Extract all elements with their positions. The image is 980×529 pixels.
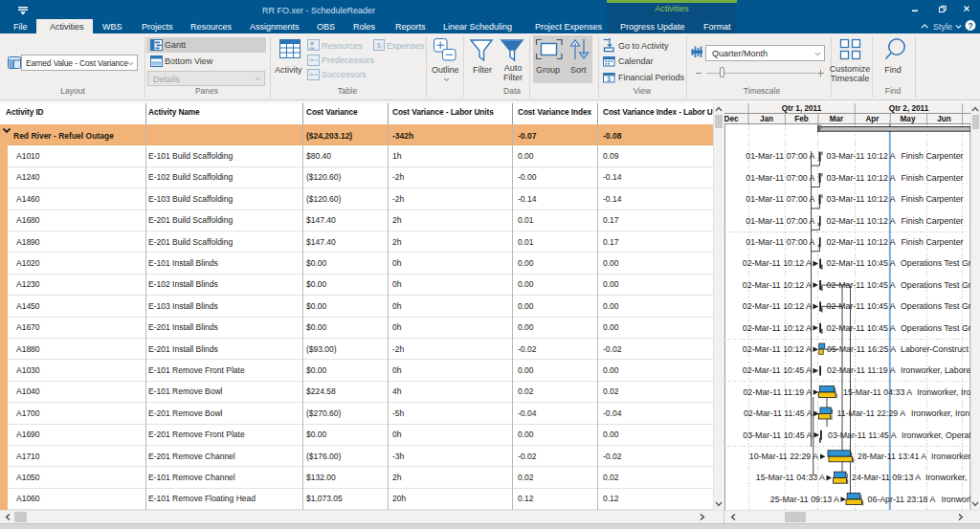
svg-text:Ironworker, Laborer: Ironworker, Laborer — [901, 365, 970, 375]
svg-text:02-Mar-11 10:45 A: 02-Mar-11 10:45 A — [827, 323, 896, 333]
svg-text:Finish Carpenter: Finish Carpenter — [902, 173, 964, 183]
svg-text:03-Mar-11 10:45 A: 03-Mar-11 10:45 A — [743, 430, 812, 440]
svg-text:Finish Carpenter: Finish Carpenter — [902, 237, 964, 247]
svg-text:Finish Carpenter: Finish Carpenter — [902, 194, 964, 204]
svg-text:Finish Carpenter: Finish Carpenter — [902, 151, 964, 161]
svg-text:28-Mar-11 13:41 A: 28-Mar-11 13:41 A — [858, 452, 926, 461]
svg-text:25-Mar-11 09:13 A: 25-Mar-11 09:13 A — [770, 495, 839, 504]
svg-text:02-Mar-11 10:12 A: 02-Mar-11 10:12 A — [743, 344, 812, 354]
svg-text:Mar: Mar — [830, 115, 844, 123]
svg-text:02-Mar-11 10:45 A: 02-Mar-11 10:45 A — [827, 258, 896, 268]
svg-text:06-Apr-11 23:18 A: 06-Apr-11 23:18 A — [868, 495, 936, 504]
svg-text:02-Mar-11 10:12 A: 02-Mar-11 10:12 A — [827, 237, 896, 247]
svg-text:02-Mar-11 11:19 A: 02-Mar-11 11:19 A — [743, 387, 812, 397]
svg-text:Ironworker, Iro: Ironworker, Iro — [917, 387, 970, 397]
svg-text:24-Mar-11 09:13 A: 24-Mar-11 09:13 A — [852, 473, 921, 482]
svg-text:Ironworker: Ironworker — [942, 495, 971, 504]
svg-text:02-Mar-11 10:45 A: 02-Mar-11 10:45 A — [827, 301, 896, 311]
svg-text:02-Mar-11 10:12 A: 02-Mar-11 10:12 A — [743, 323, 812, 333]
svg-text:Operations Test Gr: Operations Test Gr — [901, 280, 970, 290]
svg-text:Jun: Jun — [937, 115, 951, 123]
svg-text:Ironworker, Operat: Ironworker, Operat — [902, 430, 970, 440]
svg-text:11-Mar-11 22:29 A: 11-Mar-11 22:29 A — [837, 408, 906, 418]
svg-text:05-Mar-11 16:25 A: 05-Mar-11 16:25 A — [827, 344, 896, 354]
svg-text:02-Mar-11 11:19 A: 02-Mar-11 11:19 A — [827, 365, 896, 375]
svg-text:02-Mar-11 10:12 A: 02-Mar-11 10:12 A — [743, 258, 812, 268]
svg-text:Operations Test Gr: Operations Test Gr — [901, 323, 970, 333]
svg-text:03-Mar-11 11:45 A: 03-Mar-11 11:45 A — [828, 430, 897, 440]
svg-text:Ironworker, Iron: Ironworker, Iron — [911, 408, 969, 418]
svg-text:03-Mar-11 10:12 A: 03-Mar-11 10:12 A — [827, 151, 896, 161]
svg-text:Dec: Dec — [724, 115, 739, 123]
svg-text:15-Mar-11 04:33 A: 15-Mar-11 04:33 A — [843, 387, 912, 397]
svg-text:Laborer-Construct: Laborer-Construct — [901, 344, 969, 354]
svg-text:02-Mar-11 10:12 A: 02-Mar-11 10:12 A — [827, 216, 896, 226]
svg-text:May: May — [901, 115, 916, 123]
svg-text:15-Mar-11 04:33 A: 15-Mar-11 04:33 A — [756, 473, 825, 482]
svg-text:03-Mar-11 10:12 A: 03-Mar-11 10:12 A — [827, 173, 896, 183]
svg-text:01-Mar-11 07:00 A: 01-Mar-11 07:00 A — [746, 173, 814, 183]
svg-text:01-Mar-11 07:00 A: 01-Mar-11 07:00 A — [746, 237, 814, 247]
svg-text:Jan: Jan — [760, 115, 773, 123]
svg-text:$: $ — [377, 41, 382, 50]
svg-text:01-Mar-11 07:00 A: 01-Mar-11 07:00 A — [746, 194, 814, 204]
svg-text:01-Mar-11 07:00 A: 01-Mar-11 07:00 A — [746, 151, 814, 161]
svg-text:Operations Test Gr: Operations Test Gr — [901, 301, 970, 311]
svg-text:Apr: Apr — [865, 115, 880, 123]
svg-text:Ironworker: Ironworker — [931, 452, 970, 461]
svg-text:Ironworker,: Ironworker, — [925, 473, 968, 482]
svg-text:Operations Test Gr: Operations Test Gr — [901, 258, 970, 268]
svg-text:Qtr 2, 2011: Qtr 2, 2011 — [889, 104, 929, 113]
svg-text:Qtr 1, 2011: Qtr 1, 2011 — [782, 104, 822, 113]
svg-text:Finish Carpenter: Finish Carpenter — [902, 216, 964, 226]
svg-text:02-Mar-11 10:12 A: 02-Mar-11 10:12 A — [743, 280, 812, 290]
svg-text:02-Mar-11 10:12 A: 02-Mar-11 10:12 A — [743, 301, 812, 311]
svg-text:03-Mar-11 10:12 A: 03-Mar-11 10:12 A — [827, 194, 896, 204]
svg-text:Feb: Feb — [794, 115, 809, 123]
svg-text:02-Mar-11 10:45 A: 02-Mar-11 10:45 A — [827, 280, 896, 290]
svg-text:02-Mar-11 11:45 A: 02-Mar-11 11:45 A — [744, 408, 813, 418]
svg-text:10-Mar-11 22:29 A: 10-Mar-11 22:29 A — [749, 452, 818, 461]
svg-text:02-Mar-11 10:45 A: 02-Mar-11 10:45 A — [743, 365, 812, 375]
svg-text:01-Mar-11 07:00 A: 01-Mar-11 07:00 A — [746, 216, 814, 226]
